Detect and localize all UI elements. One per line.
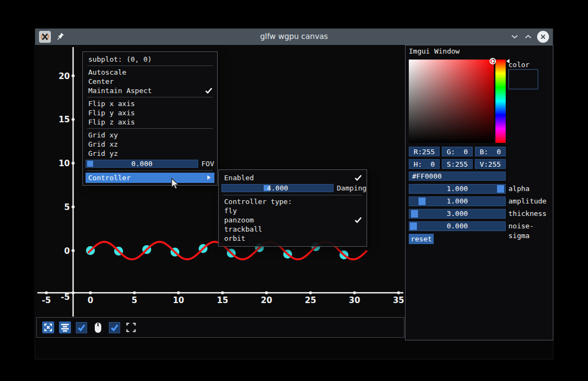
center-button[interactable]	[59, 321, 71, 333]
menu-item-label: Enabled	[224, 174, 254, 182]
close-button[interactable]	[536, 29, 550, 45]
menu-item-grid-xz[interactable]: Grid xz	[83, 140, 217, 149]
maximize-button[interactable]	[521, 29, 535, 45]
thickness-slider[interactable]: 3.000	[409, 209, 506, 219]
red-field[interactable]: R:255	[409, 147, 440, 156]
desktop: glfw wgpu canvas -5051015	[0, 0, 588, 381]
chevron-down-icon	[511, 35, 518, 39]
hue-bar[interactable]	[495, 60, 506, 143]
checkmark-icon	[355, 217, 362, 223]
menu-separator	[83, 127, 217, 130]
menu-separator	[83, 169, 217, 173]
menu-item-enabled[interactable]: Enabled	[219, 173, 367, 182]
menu-item-flip-z[interactable]: Flip z axis	[83, 117, 217, 127]
saturation-value-picker[interactable]	[409, 60, 494, 143]
chevron-up-icon	[525, 35, 532, 39]
menu-item-trackball[interactable]: trackball	[219, 225, 367, 234]
hue-marker-left-icon	[492, 59, 495, 63]
hex-field[interactable]: #FF0000	[409, 172, 506, 181]
slider-value: 1.000	[409, 185, 505, 193]
menu-item-maintain-aspect[interactable]: Maintain Aspect	[83, 86, 217, 95]
svg-text:15: 15	[217, 295, 228, 305]
green-field[interactable]: G: 0	[442, 147, 473, 156]
svg-text:10: 10	[58, 159, 70, 168]
checkmark-icon	[355, 175, 362, 181]
amplitude-slider[interactable]: 1.000	[409, 196, 506, 206]
saturation-field[interactable]: S:255	[442, 159, 473, 169]
menu-item-autoscale[interactable]: Autoscale	[83, 68, 217, 77]
menu-separator	[83, 64, 217, 68]
svg-text:5: 5	[64, 202, 70, 212]
menu-item-fly[interactable]: fly	[219, 206, 367, 215]
plot-toolbar	[36, 317, 404, 338]
value-field[interactable]: V:255	[475, 159, 506, 169]
menu-item-label: panzoom	[224, 216, 254, 224]
close-circle-icon	[537, 31, 549, 43]
fullscreen-brackets-icon	[125, 321, 137, 333]
slider-value: 1.000	[409, 197, 505, 206]
mouse-interaction-checkbox[interactable]	[76, 322, 87, 333]
menu-item-grid-xy[interactable]: Grid xy	[83, 130, 217, 140]
noise-sigma-label: noise-sigma	[508, 221, 553, 231]
checkbox-checked-icon	[77, 323, 86, 332]
hue-field[interactable]: H: 0	[409, 159, 440, 169]
subplot-context-menu: subplot: (0, 0) Autoscale Center Maintai…	[82, 51, 218, 186]
menu-item-flip-y[interactable]: Flip y axis	[83, 108, 217, 117]
checkmark-icon	[205, 88, 212, 94]
fov-slider-row: 0.000 FOV	[83, 158, 217, 169]
autoscale-button[interactable]	[42, 321, 54, 333]
menu-item-flip-x[interactable]: Flip x axis	[83, 99, 217, 108]
fov-label: FOV	[201, 160, 214, 168]
svg-text:5: 5	[132, 295, 137, 305]
menu-item-label: Controller	[88, 174, 130, 182]
imgui-window-title: Imgui Window	[409, 47, 460, 55]
svg-text:-5: -5	[61, 292, 70, 302]
amplitude-label: amplitude	[508, 196, 546, 206]
mouse-icon	[92, 321, 104, 333]
color-swatch[interactable]	[508, 69, 538, 89]
menu-separator	[219, 193, 367, 197]
fullscreen-checkbox[interactable]	[109, 322, 120, 333]
svg-text:20: 20	[261, 295, 272, 305]
color-label: color	[508, 61, 530, 69]
submenu-arrow-icon	[207, 175, 211, 180]
menu-item-controller[interactable]: Controller	[86, 173, 214, 183]
menu-item-panzoom[interactable]: panzoom	[219, 215, 367, 225]
damping-slider[interactable]: 4.000	[221, 184, 334, 192]
menu-item-label: Maintain Aspect	[88, 87, 152, 95]
controller-submenu: Enabled 4.000 Damping Controller type: f…	[218, 169, 367, 247]
minimize-button[interactable]	[507, 29, 521, 45]
menu-item-grid-yz[interactable]: Grid yz	[83, 149, 217, 158]
noise-sigma-slider[interactable]: 0.000	[409, 221, 506, 231]
svg-text:15: 15	[58, 115, 70, 124]
align-center-lines-icon	[60, 323, 70, 332]
imgui-window: Imgui Window color R:255 G: 0 B: 0 H: 0 …	[405, 45, 553, 340]
titlebar[interactable]: glfw wgpu canvas	[35, 29, 553, 45]
svg-text:35: 35	[393, 295, 404, 305]
svg-text:0: 0	[64, 246, 70, 256]
damping-label: Damping	[337, 184, 367, 192]
menu-header: subplot: (0, 0)	[83, 55, 217, 64]
reset-button[interactable]: reset	[409, 234, 434, 244]
svg-text:0: 0	[88, 295, 93, 305]
slider-value: 0.000	[86, 160, 198, 167]
slider-value: 0.000	[409, 222, 505, 231]
svg-text:10: 10	[173, 295, 184, 305]
menu-item-center[interactable]: Center	[83, 77, 217, 86]
expand-arrows-icon	[43, 323, 53, 332]
svg-text:-5: -5	[42, 295, 51, 305]
controller-type-header: Controller type:	[219, 197, 367, 206]
alpha-slider[interactable]: 1.000	[409, 184, 506, 194]
thickness-label: thickness	[508, 209, 546, 219]
fov-slider[interactable]: 0.000	[86, 160, 198, 168]
window-title: glfw wgpu canvas	[35, 32, 553, 41]
slider-value: 3.000	[409, 209, 505, 218]
menu-item-orbit[interactable]: orbit	[219, 234, 367, 243]
damping-slider-row: 4.000 Damping	[219, 182, 367, 193]
blue-field[interactable]: B: 0	[475, 147, 506, 156]
svg-text:25: 25	[305, 295, 316, 305]
svg-text:30: 30	[349, 295, 360, 305]
alpha-label: alpha	[508, 184, 530, 194]
slider-value: 4.000	[222, 185, 333, 192]
svg-text:20: 20	[58, 71, 70, 81]
